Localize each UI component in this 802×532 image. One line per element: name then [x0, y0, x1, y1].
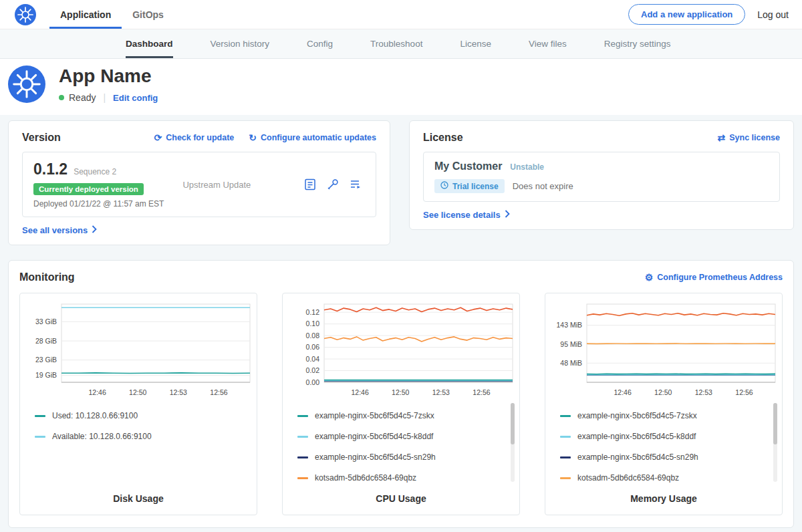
legend-label: example-nginx-5bc6f5d4c5-sn29h — [315, 452, 436, 462]
svg-text:12:56: 12:56 — [210, 388, 227, 396]
app-header: App Name Ready | Edit config — [0, 59, 802, 115]
sequence-label: Sequence 2 — [74, 167, 116, 176]
legend-color-dash — [560, 477, 571, 479]
legend-color-dash — [297, 456, 308, 458]
app-subnav: Dashboard Version history Config Trouble… — [0, 29, 802, 59]
legend-item: example-nginx-5bc6f5d4c5-k8ddf — [297, 432, 502, 441]
cpu-usage-panel: 0.120.100.080.060.040.020.0012:4612:5012… — [282, 293, 520, 515]
legend-label: example-nginx-5bc6f5d4c5-sn29h — [577, 452, 698, 462]
memory-usage-chart: 143 MiB95 MiB48 MiB12:4612:5012:5312:56 — [545, 299, 782, 400]
gear-icon: ⚙ — [645, 273, 654, 282]
version-card-title: Version — [22, 132, 61, 144]
cpu-usage-chart: 0.120.100.080.060.040.020.0012:4612:5012… — [283, 299, 519, 400]
deployed-timestamp: Deployed 01/21/22 @ 11:57 am EST — [33, 199, 164, 209]
legend-scrollbar-thumb[interactable] — [773, 403, 777, 444]
sync-icon: ⇄ — [718, 133, 726, 142]
svg-text:12:50: 12:50 — [654, 388, 672, 396]
release-notes-icon[interactable] — [303, 178, 317, 191]
tab-license[interactable]: License — [460, 29, 491, 58]
dashboard-main: Version ⟳ Check for update ↻ Configure a… — [0, 115, 802, 532]
trial-license-badge: Trial license — [434, 179, 505, 193]
chart-title: Disk Usage — [20, 487, 257, 515]
license-info-box: My Customer Unstable Trial license Does … — [423, 152, 780, 202]
ready-status-dot — [59, 95, 64, 100]
top-navbar: Application GitOps Add a new application… — [0, 0, 802, 29]
legend-color-dash — [560, 415, 571, 417]
clock-icon — [440, 181, 448, 191]
svg-text:23 GiB: 23 GiB — [35, 356, 57, 364]
tab-dashboard[interactable]: Dashboard — [126, 29, 173, 58]
legend-scrollbar-thumb[interactable] — [511, 403, 515, 444]
license-card: License ⇄ Sync license My Customer Unsta… — [409, 120, 794, 230]
chart-title: CPU Usage — [283, 487, 519, 515]
legend-label: example-nginx-5bc6f5d4c5-k8ddf — [577, 432, 696, 441]
monitoring-title: Monitoring — [19, 271, 75, 283]
tab-view-files[interactable]: View files — [529, 29, 567, 58]
svg-text:12:53: 12:53 — [432, 388, 450, 396]
tab-config[interactable]: Config — [307, 29, 333, 58]
channel-badge: Unstable — [510, 162, 544, 172]
legend-label: example-nginx-5bc6f5d4c5-7zskx — [577, 411, 697, 420]
license-card-title: License — [423, 132, 463, 144]
svg-text:12:56: 12:56 — [473, 388, 490, 396]
legend-label: example-nginx-5bc6f5d4c5-k8ddf — [315, 432, 433, 441]
legend-item: kotsadm-5db6dc6584-69qbz — [560, 473, 765, 483]
legend-item: example-nginx-5bc6f5d4c5-sn29h — [560, 452, 765, 462]
legend-item: example-nginx-5bc6f5d4c5-sn29h — [297, 452, 502, 462]
preflight-checks-icon[interactable] — [326, 178, 340, 191]
topnav-right: Add a new application Log out — [628, 0, 789, 29]
version-number: 0.1.2 — [33, 160, 68, 178]
tab-application[interactable]: Application — [49, 0, 122, 29]
see-license-details-link[interactable]: See license details — [423, 210, 780, 220]
disk-usage-chart: 33 GiB28 GiB23 GiB19 GiB12:4612:5012:531… — [20, 299, 257, 400]
check-for-update-link[interactable]: ⟳ Check for update — [154, 133, 234, 142]
chart-title: Memory Usage — [545, 487, 782, 515]
legend-color-dash — [35, 436, 45, 438]
edit-config-link[interactable]: Edit config — [113, 93, 158, 103]
see-all-versions-link[interactable]: See all versions — [22, 225, 376, 235]
svg-text:12:53: 12:53 — [695, 388, 712, 396]
upstream-update-label: Upstream Update — [182, 180, 303, 190]
svg-text:143 MiB: 143 MiB — [556, 321, 582, 329]
cpu-usage-legend: example-nginx-5bc6f5d4c5-7zskxexample-ng… — [283, 400, 519, 487]
svg-text:0.08: 0.08 — [306, 331, 320, 340]
sync-license-link[interactable]: ⇄ Sync license — [718, 133, 780, 142]
legend-label: kotsadm-5db6dc6584-69qbz — [577, 473, 679, 483]
legend-color-dash — [297, 477, 308, 479]
legend-item: Available: 10.128.0.66:9100 — [35, 432, 239, 441]
tab-gitops[interactable]: GitOps — [122, 0, 174, 29]
legend-label: example-nginx-5bc6f5d4c5-7zskx — [315, 411, 434, 420]
configure-prometheus-link[interactable]: ⚙ Configure Prometheus Address — [645, 273, 783, 282]
svg-text:0.00: 0.00 — [306, 378, 320, 386]
svg-text:0.02: 0.02 — [306, 366, 320, 374]
legend-item: Used: 10.128.0.66:9100 — [35, 411, 239, 420]
legend-item: example-nginx-5bc6f5d4c5-k8ddf — [560, 432, 765, 441]
add-application-button[interactable]: Add a new application — [628, 4, 745, 25]
deploy-logs-icon[interactable] — [349, 178, 362, 191]
kubernetes-logo[interactable] — [15, 0, 36, 29]
svg-text:12:46: 12:46 — [614, 388, 631, 396]
status-label: Ready — [69, 92, 96, 103]
svg-text:12:46: 12:46 — [88, 388, 106, 396]
refresh-icon: ⟳ — [154, 133, 162, 142]
legend-color-dash — [297, 415, 308, 417]
legend-scrollbar-track[interactable] — [773, 403, 777, 482]
configure-automatic-updates-link[interactable]: ↻ Configure automatic updates — [249, 133, 376, 142]
legend-scrollbar-track[interactable] — [511, 403, 515, 482]
tab-version-history[interactable]: Version history — [211, 29, 270, 58]
svg-text:95 MiB: 95 MiB — [560, 340, 582, 348]
svg-text:12:50: 12:50 — [129, 388, 146, 396]
svg-text:12:46: 12:46 — [351, 388, 368, 396]
svg-text:19 GiB: 19 GiB — [35, 371, 57, 379]
tab-troubleshoot[interactable]: Troubleshoot — [370, 29, 422, 58]
legend-color-dash — [297, 436, 308, 438]
svg-text:28 GiB: 28 GiB — [35, 337, 57, 345]
logout-link[interactable]: Log out — [757, 9, 789, 20]
license-expiry: Does not expire — [513, 181, 573, 191]
kubernetes-wheel-icon — [15, 4, 36, 25]
legend-color-dash — [560, 456, 571, 458]
tab-registry-settings[interactable]: Registry settings — [604, 29, 671, 58]
current-version-box: 0.1.2 Sequence 2 Currently deployed vers… — [22, 152, 376, 217]
svg-text:12:56: 12:56 — [735, 388, 753, 396]
svg-text:12:50: 12:50 — [392, 388, 409, 396]
